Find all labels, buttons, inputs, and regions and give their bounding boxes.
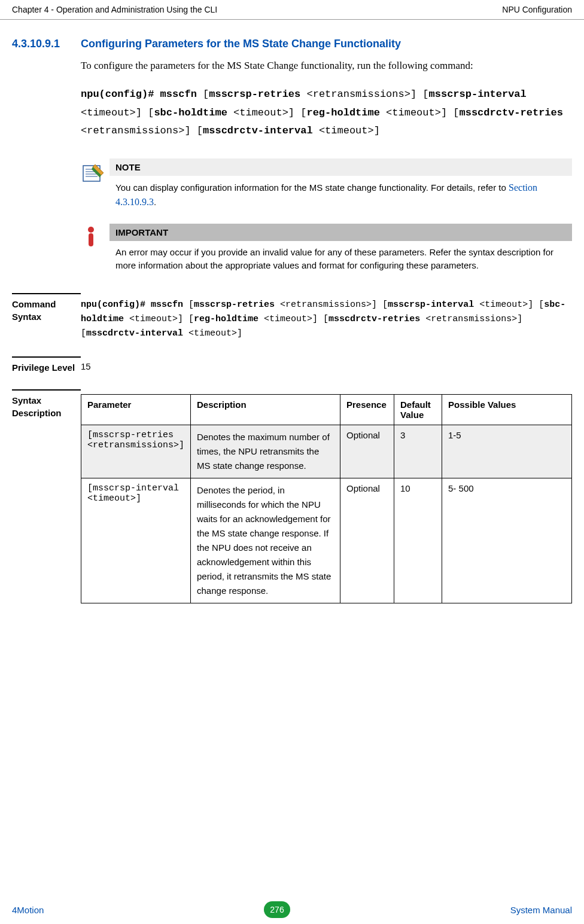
section-intro: To configure the parameters for the MS S…: [81, 57, 572, 74]
command-syntax-value: npu(config)# msscfn [msscrsp-retries <re…: [81, 298, 572, 341]
field-separator: [12, 389, 81, 391]
note-body: You can display configuration informatio…: [110, 176, 572, 212]
cs-part: <timeout>] [: [124, 314, 194, 324]
td-default: 10: [394, 478, 442, 603]
note-text-prefix: You can display configuration informatio…: [115, 182, 509, 193]
cmd-part: msscrsp-interval: [429, 89, 527, 100]
cs-part: <retransmissions>] [: [275, 300, 388, 310]
td-desc: Denotes the maximum number of times, the…: [191, 425, 340, 478]
page-footer: 4Motion 276 System Manual: [0, 901, 584, 918]
syntax-description-label: Syntax Description: [12, 394, 81, 603]
td-presence: Optional: [340, 478, 394, 603]
page-content: 4.3.10.9.1 Configuring Parameters for th…: [0, 20, 584, 603]
cs-part: npu(config)# msscfn: [81, 300, 183, 310]
important-body: An error may occur if you provide an inv…: [110, 241, 572, 275]
cs-part: <timeout>]: [183, 328, 242, 339]
section-title: Configuring Parameters for the MS State …: [81, 38, 401, 50]
footer-left: 4Motion: [12, 905, 44, 915]
cmd-part: <timeout>] [: [227, 107, 307, 118]
field-separator: [12, 293, 81, 294]
command-syntax-row: Command Syntax npu(config)# msscfn [mssc…: [12, 293, 572, 341]
cmd-part: sbc-holdtime: [154, 107, 227, 118]
syntax-description-row: Syntax Description Parameter Description…: [12, 389, 572, 603]
cs-part: msscdrctv-interval: [86, 328, 183, 339]
field-separator: [12, 356, 81, 358]
cmd-part: <retransmissions>] [: [81, 125, 203, 136]
note-block: NOTE You can display configuration infor…: [81, 158, 572, 212]
cmd-part: reg-holdtime: [306, 107, 379, 118]
cs-part: msscrsp-retries: [194, 300, 275, 310]
cmd-part: <timeout>] [: [380, 107, 460, 118]
cs-part: msscrsp-interval: [388, 300, 474, 310]
header-left: Chapter 4 - Operation and Administration…: [12, 5, 217, 14]
cmd-part: npu(config)# msscfn: [81, 89, 197, 100]
cmd-part: <timeout>]: [313, 125, 380, 136]
section-number: 4.3.10.9.1: [12, 38, 69, 50]
command-block: npu(config)# msscfn [msscrsp-retries <re…: [81, 86, 572, 141]
td-possible: 5- 500: [442, 478, 572, 603]
cmd-part: <timeout>] [: [81, 107, 154, 118]
section-heading: 4.3.10.9.1 Configuring Parameters for th…: [12, 38, 572, 50]
note-content: NOTE You can display configuration infor…: [110, 158, 572, 212]
privilege-level-row: Privilege Level 15: [12, 356, 572, 374]
cs-part: msscdrctv-retries: [328, 314, 420, 324]
note-icon: [81, 158, 110, 212]
privilege-level-value: 15: [81, 361, 572, 374]
th-presence: Presence: [340, 394, 394, 425]
cs-part: [: [183, 300, 194, 310]
th-default: Default Value: [394, 394, 442, 425]
table-header-row: Parameter Description Presence Default V…: [81, 394, 572, 425]
page-header: Chapter 4 - Operation and Administration…: [0, 0, 584, 20]
note-label: NOTE: [110, 158, 572, 176]
page-number-badge: 276: [264, 901, 290, 918]
svg-point-7: [88, 227, 94, 233]
td-possible: 1-5: [442, 425, 572, 478]
cs-part: <timeout>] [: [474, 300, 544, 310]
td-desc: Denotes the period, in milliseconds for …: [191, 478, 340, 603]
important-block: IMPORTANT An error may occur if you prov…: [81, 224, 572, 275]
privilege-level-label: Privilege Level: [12, 361, 81, 374]
important-label: IMPORTANT: [110, 224, 572, 241]
note-text-suffix: .: [154, 197, 156, 207]
svg-rect-8: [89, 233, 93, 246]
command-syntax-label: Command Syntax: [12, 298, 81, 341]
th-possible: Possible Values: [442, 394, 572, 425]
cs-part: <timeout>] [: [258, 314, 328, 324]
td-default: 3: [394, 425, 442, 478]
cmd-part: msscrsp-retries: [209, 89, 300, 100]
td-presence: Optional: [340, 425, 394, 478]
cmd-part: <retransmissions>] [: [300, 89, 428, 100]
table-row: [msscrsp-retries <retransmissions>] Deno…: [81, 425, 572, 478]
cmd-part: msscdrctv-retries: [460, 107, 563, 118]
cmd-part: msscdrctv-interval: [203, 125, 313, 136]
cs-part: reg-holdtime: [194, 314, 258, 324]
th-description: Description: [191, 394, 340, 425]
td-param: [msscrsp-interval <timeout>]: [81, 478, 191, 603]
th-parameter: Parameter: [81, 394, 191, 425]
syntax-table: Parameter Description Presence Default V…: [81, 394, 572, 603]
table-row: [msscrsp-interval <timeout>] Denotes the…: [81, 478, 572, 603]
header-right: NPU Configuration: [502, 5, 572, 14]
important-content: IMPORTANT An error may occur if you prov…: [110, 224, 572, 275]
important-icon: [81, 224, 110, 275]
cmd-part: [: [197, 89, 209, 100]
td-param: [msscrsp-retries <retransmissions>]: [81, 425, 191, 478]
footer-right: System Manual: [510, 905, 572, 915]
